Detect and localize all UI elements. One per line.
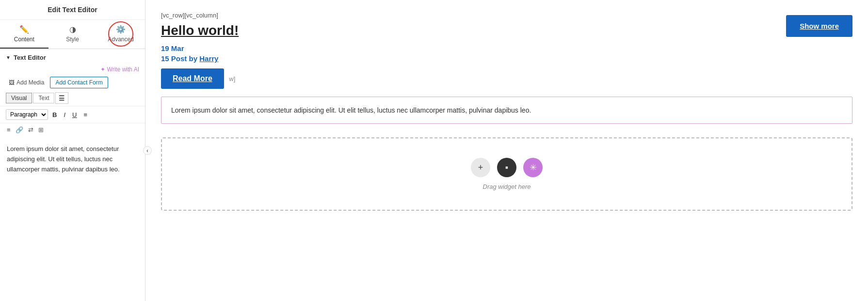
format-toolbar: Paragraph B I U ≡ <box>0 106 145 123</box>
tab-visual[interactable]: Visual <box>6 93 32 103</box>
underline-button[interactable]: U <box>70 110 79 119</box>
tab-advanced-label: Advanced <box>108 36 133 43</box>
show-more-button[interactable]: Show more <box>786 15 852 37</box>
add-contact-form-button[interactable]: Add Contact Form <box>50 77 108 88</box>
post-author-link[interactable]: Harry <box>199 54 218 63</box>
tab-text[interactable]: Text <box>33 93 54 103</box>
page-title: Hello world! <box>161 23 852 38</box>
text-editor-content: Lorem ipsum dolor sit amet, consectetur … <box>161 97 852 124</box>
tab-style[interactable]: ◑ Style <box>48 20 97 49</box>
post-meta: 15 Post by Harry <box>161 54 852 63</box>
add-widget-button[interactable]: + <box>471 158 490 177</box>
add-media-label: Add Media <box>16 79 44 86</box>
shortcode-snippet: w] <box>229 75 235 83</box>
folder-widget-button[interactable]: ▪ <box>497 158 516 177</box>
list-button[interactable]: ≡ <box>6 125 12 134</box>
post-date: 19 Mar <box>161 44 852 52</box>
view-tabs-row: Visual Text ☰ <box>0 90 145 106</box>
section-text-editor[interactable]: ▼ Text Editor <box>0 49 145 66</box>
paragraph-select[interactable]: Paragraph <box>6 109 48 120</box>
main-content: [vc_row][vc_column] Hello world! Show mo… <box>145 0 868 301</box>
write-ai-label: Write with AI <box>107 66 139 73</box>
magic-icon: ✳ <box>530 162 537 173</box>
content-preview-text: Lorem ipsum dolor sit amet, consectetur … <box>0 138 145 301</box>
ai-icon: ✦ <box>100 66 105 73</box>
tab-content[interactable]: ✏️ Content <box>0 20 48 49</box>
bold-button[interactable]: B <box>50 110 59 119</box>
link-button[interactable]: 🔗 <box>15 125 24 134</box>
post-meta-text: 15 Post by <box>161 54 199 63</box>
read-more-row: Read More w] <box>161 68 852 97</box>
shuffle-button[interactable]: ⇄ <box>27 125 34 134</box>
table-button[interactable]: ⊞ <box>37 125 45 134</box>
folder-icon: ▪ <box>505 163 508 173</box>
section-label: Text Editor <box>14 54 46 61</box>
arrow-down-icon: ▼ <box>6 55 11 60</box>
breadcrumb: [vc_row][vc_column] <box>161 12 852 19</box>
drop-icons-row: + ▪ ✳ <box>471 158 543 177</box>
write-with-ai[interactable]: ✦ Write with AI <box>0 66 145 75</box>
gear-icon: ⚙️ <box>116 25 126 34</box>
list-icon-button[interactable]: ≡ <box>81 110 90 119</box>
add-media-button[interactable]: 🖼 Add Media <box>6 77 47 88</box>
italic-button[interactable]: I <box>61 110 68 119</box>
sidebar-tabs: ✏️ Content ◑ Style ⚙️ Advanced <box>0 20 145 49</box>
read-more-button[interactable]: Read More <box>161 68 224 89</box>
tab-content-label: Content <box>14 36 34 43</box>
extra-toolbar: ≡ 🔗 ⇄ ⊞ <box>0 123 145 138</box>
drop-zone[interactable]: + ▪ ✳ Drag widget here <box>161 137 852 211</box>
plus-icon: + <box>478 163 483 173</box>
sidebar-title: Edit Text Editor <box>0 0 145 20</box>
magic-widget-button[interactable]: ✳ <box>523 158 543 177</box>
tab-advanced[interactable]: ⚙️ Advanced <box>96 20 145 49</box>
sidebar: Edit Text Editor ✏️ Content ◑ Style ⚙️ A… <box>0 0 145 301</box>
media-icon: 🖼 <box>9 79 15 86</box>
pencil-icon: ✏️ <box>19 25 29 34</box>
list-view-icon[interactable]: ☰ <box>55 92 68 104</box>
media-toolbar: 🖼 Add Media Add Contact Form <box>0 75 145 90</box>
drop-zone-label: Drag widget here <box>483 183 531 190</box>
tab-style-label: Style <box>66 36 79 43</box>
style-icon: ◑ <box>69 25 76 34</box>
sidebar-collapse-button[interactable]: ‹ <box>143 146 152 155</box>
